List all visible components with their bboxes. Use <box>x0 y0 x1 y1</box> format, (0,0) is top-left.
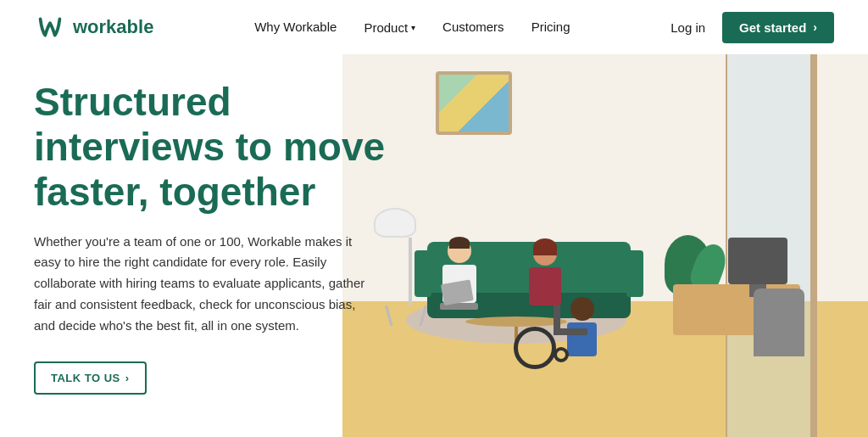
person-1 <box>440 239 478 310</box>
nav-link-product[interactable]: Product ▾ <box>364 20 415 35</box>
logo-link[interactable]: workable <box>34 11 153 43</box>
brand-name: workable <box>73 16 153 38</box>
arrow-icon: › <box>125 372 130 384</box>
sofa-arm-right <box>626 250 643 297</box>
navigation: workable Why Workable Product ▾ Customer… <box>0 0 868 54</box>
wheelchair-wheel-small <box>554 347 569 362</box>
hero-section: Structured interviews to move faster, to… <box>0 54 868 437</box>
talk-to-us-button[interactable]: TALK TO US › <box>34 361 147 395</box>
nav-item-why-workable[interactable]: Why Workable <box>254 20 337 35</box>
workable-logo-icon <box>34 11 66 43</box>
picture-frame <box>436 71 512 135</box>
person-2-hair <box>533 238 557 255</box>
wheelchair-seat <box>554 328 587 335</box>
wheelchair-wheel-large <box>514 327 556 369</box>
login-link[interactable]: Log in <box>670 20 705 35</box>
person-3 <box>567 297 597 356</box>
hero-title: Structured interviews to move faster, to… <box>34 80 424 215</box>
person-1-head <box>448 239 471 263</box>
chevron-down-icon: ▾ <box>411 23 415 32</box>
hero-description: Whether you're a team of one or 100, Wor… <box>34 232 373 337</box>
person-2-body <box>529 267 561 305</box>
person-2 <box>529 242 561 305</box>
nav-link-why-workable[interactable]: Why Workable <box>254 20 337 34</box>
background-chair <box>754 289 804 356</box>
nav-item-product[interactable]: Product ▾ <box>364 20 415 35</box>
arrow-icon: › <box>813 20 817 34</box>
nav-links: Why Workable Product ▾ Customers Pricing <box>254 20 570 35</box>
person-3-head <box>570 297 594 321</box>
glass-door <box>810 54 817 437</box>
nav-item-customers[interactable]: Customers <box>442 20 504 35</box>
nav-right: Log in Get started › <box>670 12 834 43</box>
background-monitor <box>728 238 787 284</box>
nav-link-pricing[interactable]: Pricing <box>531 20 570 34</box>
get-started-button[interactable]: Get started › <box>722 12 834 43</box>
hero-content: Structured interviews to move faster, to… <box>34 80 424 395</box>
person-1-laptop <box>440 303 478 310</box>
nav-link-customers[interactable]: Customers <box>442 20 504 34</box>
person-2-head <box>533 242 557 266</box>
table-top <box>465 317 567 327</box>
picture-art <box>439 75 509 132</box>
person-3-body <box>567 322 597 356</box>
nav-item-pricing[interactable]: Pricing <box>531 20 570 35</box>
person-1-hair <box>449 237 470 249</box>
